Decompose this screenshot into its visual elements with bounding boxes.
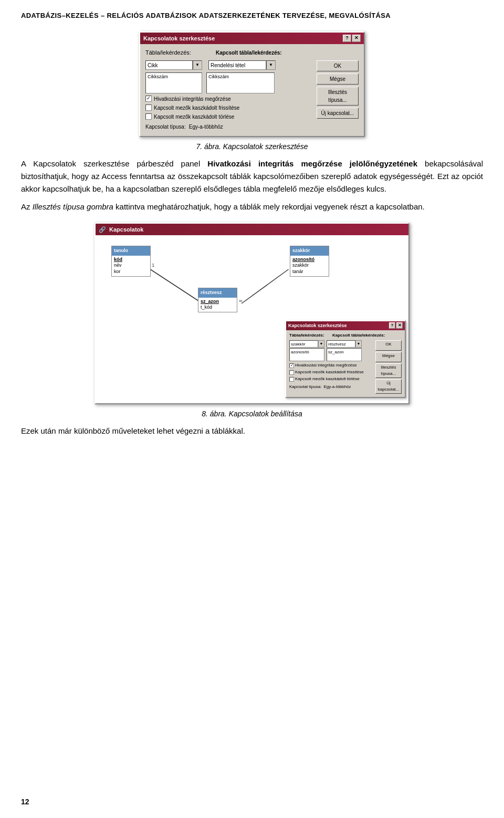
- connections-icon: 🔗: [99, 225, 106, 234]
- chk3[interactable]: [145, 113, 152, 120]
- table-tanulo-header: tanulo: [112, 246, 150, 256]
- para2-italic: Illesztés típusa gombra: [33, 202, 113, 211]
- btn-uj-1[interactable]: Új kapcsolat...: [317, 108, 359, 119]
- svg-line-2: [242, 269, 288, 303]
- chk1-label: Hivatkozási integritás megőrzése: [154, 95, 231, 103]
- caption7-text: Kapcsolatok szerkesztése: [223, 142, 308, 151]
- dialog-main-area-1: Cikk ▼ Cikkszám Rendelési tétel ▼: [145, 60, 359, 131]
- table-tanulo-fields: kód név kor: [112, 256, 150, 276]
- tanulo-field-kod: kód: [114, 257, 148, 263]
- inner-right-field1: résztvesz: [327, 340, 355, 348]
- inner-main-area: szakkör ▼ azonosító résztvesz: [289, 340, 402, 394]
- join-value-1: Egy-a-többhöz: [189, 123, 223, 131]
- figure7-container: Kapcsolatok szerkesztése ? ✕ Tábla/lekér…: [21, 32, 483, 152]
- left-fields-1: Cikk ▼ Cikkszám: [145, 60, 202, 93]
- connections-window: 🔗 Kapcsolatok 1 ∞ 1 tanulo kód név: [94, 223, 410, 405]
- tanulo-field-nev: név: [114, 263, 148, 269]
- chk2[interactable]: [145, 104, 152, 111]
- inner-chk3-label: Kapcsolt mezők kaszkádolt törlése: [295, 376, 360, 382]
- inner-col-headers: Tábla/lekérdezés: Kapcsolt tábla/lekérde…: [289, 332, 402, 339]
- inner-left-dd1[interactable]: ▼: [318, 340, 324, 348]
- dialog-left-panel-1: Cikk ▼ Cikkszám Rendelési tétel ▼: [145, 60, 312, 131]
- szakkor-field-azonosito: azonosító: [292, 257, 327, 263]
- inner-right-col: résztvesz ▼ sz_azon: [327, 340, 362, 361]
- inner-close-btn[interactable]: ✕: [396, 322, 403, 329]
- close-btn-1[interactable]: ✕: [352, 35, 361, 42]
- btn-megse-1[interactable]: Mégse: [317, 74, 359, 85]
- left-scroll-area-1: Cikkszám: [145, 72, 202, 93]
- table-szakkor-fields: azonosító szakkör tanár: [290, 256, 329, 276]
- inner-row1: szakkör ▼ azonosító résztvesz: [289, 340, 371, 361]
- right-scroll-field: Cikkszám: [208, 74, 229, 81]
- inner-left-scroll: azonosító: [289, 348, 324, 361]
- inner-left-panel: szakkör ▼ azonosító résztvesz: [289, 340, 371, 394]
- inner-right-dd1[interactable]: ▼: [355, 340, 362, 348]
- inner-join-row: Kapcsolat típusa: Egy-a-többhöz: [289, 384, 371, 390]
- inner-btn-megse[interactable]: Mégse: [375, 352, 402, 362]
- caption8-number: 8. ábra.: [202, 410, 226, 418]
- left-dropdown1[interactable]: ▼: [193, 60, 202, 70]
- fields-pair-row1: Cikk ▼ Cikkszám Rendelési tétel ▼: [145, 60, 312, 93]
- inner-left-field-row1: szakkör ▼: [289, 340, 324, 348]
- help-btn-1[interactable]: ?: [343, 35, 351, 42]
- dialog-title-1: Kapcsolatok szerkesztése: [143, 34, 215, 43]
- inner-left-scroll-val: azonosító: [291, 349, 323, 355]
- table-tanulo: tanulo kód név kor: [111, 246, 151, 277]
- checkbox-row2: Kapcsolt mezők kaszkádolt frissítése: [145, 104, 312, 112]
- right-field1: Rendelési tétel: [208, 60, 266, 70]
- join-label-1: Kapcsolat típusa:: [145, 123, 186, 131]
- page-number: 12: [21, 796, 29, 807]
- inner-join-value: Egy-a-többhöz: [323, 384, 351, 390]
- inner-chk2-label: Kapcsolt mezők kaszkádolt frissítése: [295, 369, 364, 375]
- inner-btn-uj[interactable]: Új kapcsolat...: [375, 379, 402, 394]
- btn-illesztes-1[interactable]: Illesztés típusa...: [317, 87, 359, 106]
- inner-dialog-title: Kapcsolatok szerkesztése: [288, 322, 347, 330]
- right-dropdown1[interactable]: ▼: [266, 60, 276, 70]
- inner-btn-ok[interactable]: OK: [375, 340, 402, 351]
- right-scroll-area-1: Cikkszám: [206, 72, 275, 93]
- para1-bold: Hivatkozási integritás megőrzése jelölőn…: [207, 159, 417, 168]
- col-left-label-1: Tábla/lekérdezés:: [145, 48, 214, 57]
- left-field1: Cikk: [145, 60, 193, 70]
- right-fields-1: Rendelési tétel ▼ Cikkszám: [206, 60, 276, 93]
- svg-text:∞: ∞: [239, 298, 242, 303]
- dialog-col-headers-1: Tábla/lekérdezés: Kapcsolt tábla/lekérde…: [145, 48, 359, 57]
- paragraph2: Az Illesztés típusa gombra kattintva meg…: [21, 201, 483, 213]
- chk2-label: Kapcsolt mezők kaszkádolt frissítése: [154, 104, 239, 112]
- paragraph3: Ezek után már különböző műveleteket lehe…: [21, 425, 483, 437]
- inner-left-col: szakkör ▼ azonosító: [289, 340, 324, 361]
- field-row-left1: Cikk ▼: [145, 60, 202, 70]
- inner-col-left: Tábla/lekérdezés:: [289, 332, 331, 339]
- inner-col-right: Kapcsolt tábla/lekérdezés:: [332, 332, 385, 339]
- inner-right-field-row1: résztvesz ▼: [327, 340, 362, 348]
- table-szakkor-header: szakkör: [290, 246, 329, 256]
- btn-ok-1[interactable]: OK: [317, 60, 359, 71]
- join-type-row1: Kapcsolat típusa: Egy-a-többhöz: [145, 123, 312, 131]
- inner-right-scroll-val: sz_azon: [328, 349, 360, 355]
- page-header: ADATBÁZIS–KEZELÉS – RELÁCIÓS ADATBÁZISOK…: [21, 11, 483, 21]
- dialog-titlebar-1: Kapcsolatok szerkesztése ? ✕: [140, 33, 364, 45]
- col-right-label-1: Kapcsolt tábla/lekérdezés:: [216, 49, 359, 57]
- table-resztvesz-fields: sz_azon t_kód: [198, 298, 237, 312]
- szakkor-field-szakkor: szakkör: [292, 263, 327, 269]
- inner-chk-row3: Kapcsolt mezők kaszkádolt törlése: [289, 376, 371, 382]
- inner-chk3[interactable]: [289, 377, 294, 382]
- connections-titlebar: 🔗 Kapcsolatok: [96, 224, 408, 236]
- checkbox-row1: ✓ Hivatkozási integritás megőrzése: [145, 95, 312, 103]
- inner-dialog-box: Kapcsolatok szerkesztése ? ✕ Tábla/lekér…: [285, 320, 406, 398]
- inner-btn-illesztes[interactable]: Illesztés típusa...: [375, 363, 402, 378]
- inner-chk1-label: Hivatkozási integritás megőrzése: [295, 362, 356, 369]
- inner-help-btn[interactable]: ?: [389, 322, 395, 329]
- connections-body: 1 ∞ 1 tanulo kód név kor résztvesz sz_a: [96, 235, 408, 403]
- para2-before-italic: Az: [21, 202, 33, 211]
- inner-chk1[interactable]: ✓: [289, 363, 294, 368]
- dialog-box-1: Kapcsolatok szerkesztése ? ✕ Tábla/lekér…: [139, 32, 365, 137]
- inner-dialog-titlebar: Kapcsolatok szerkesztése ? ✕: [286, 321, 405, 331]
- resztvesz-field-t_kod: t_kód: [201, 305, 235, 311]
- tanulo-field-kor: kor: [114, 269, 148, 275]
- resztvesz-field-sz_azon: sz_azon: [201, 299, 235, 305]
- figure8-container: 🔗 Kapcsolatok 1 ∞ 1 tanulo kód név: [21, 223, 483, 420]
- chk1[interactable]: ✓: [145, 96, 152, 102]
- table-resztvesz-header: résztvesz: [198, 288, 237, 298]
- inner-chk2[interactable]: [289, 370, 294, 375]
